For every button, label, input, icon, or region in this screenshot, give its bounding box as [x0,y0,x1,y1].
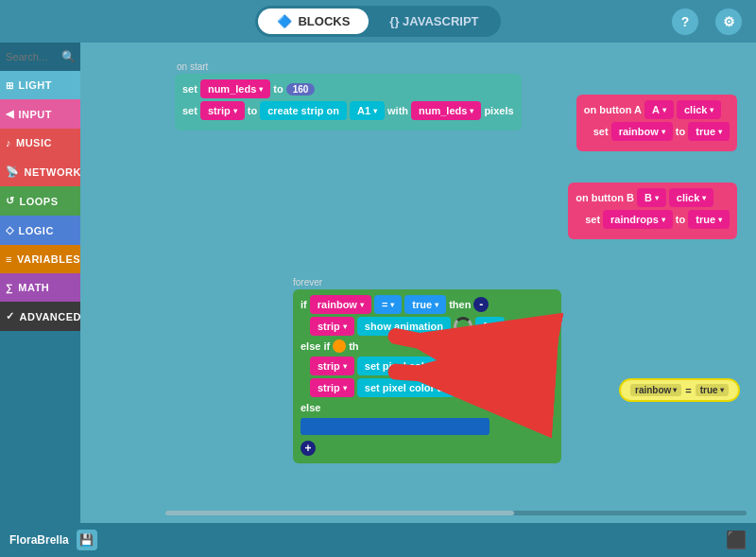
button-b-dropdown[interactable]: B▾ [637,188,666,207]
spin-animation-icon [454,317,472,336]
on-button-b-wrapper: on button B B▾ click ▾ set raindrops ▾ [568,183,737,239]
strip-anim-dropdown[interactable]: strip ▾ [310,317,354,336]
rainbow-if-dropdown[interactable]: rainbow ▾ [310,295,371,314]
raindrops-dropdown[interactable]: raindrops ▾ [603,210,673,229]
minus-if[interactable]: - [473,297,489,312]
rainbow-float-dropdown[interactable]: rainbow [630,384,681,396]
bottom-left: FloraBrella 💾 [9,530,97,550]
project-name: FloraBrella [9,533,69,547]
top-bar: 🔷 BLOCKS {} JAVASCRIPT ? ⚙ [0,0,756,43]
save-button[interactable]: 💾 [77,530,97,550]
click-b-dropdown[interactable]: click ▾ [669,188,713,207]
horizontal-scrollbar[interactable] [165,511,747,515]
rainbow-float-block[interactable]: rainbow = true [619,378,740,402]
light-grid-icon: ⊞ [6,80,14,91]
top-right-icons: ? ⚙ [672,9,742,35]
advanced-icon: ✓ [6,310,15,322]
true-float-dropdown[interactable]: true [696,384,729,396]
num-leds-dropdown[interactable]: num_leds ▾ [200,79,270,98]
sidebar-item-math[interactable]: ∑ MATH [0,273,80,302]
strip-animation-row: strip ▾ show animation for 500 ms [310,317,554,336]
set-raindrops-row: set raindrops ▾ to true ▾ [585,210,730,229]
strip-dropdown[interactable]: strip ▾ [200,101,245,120]
show-animation-block[interactable]: show animation [357,317,451,336]
search-box[interactable]: 🔍 [0,43,80,71]
else-if-row: else if th - [301,339,554,354]
set-pixel-color2-block: set pixel color at [357,378,455,397]
on-button-a-block: on button A A▾ click ▾ set rainbow ▾ [576,95,737,151]
else-body [301,418,490,435]
zero2-num[interactable]: 0 [457,382,476,394]
tab-blocks[interactable]: 🔷 BLOCKS [258,9,369,34]
color-dot-2[interactable] [491,381,505,394]
on-button-a-wrapper: on button A A▾ click ▾ set rainbow ▾ [576,95,737,151]
main-area: 🔍 ⊞ LIGHT ◀ INPUT ♪ MUSIC 📡 NETWORK ↺ LO… [0,43,756,523]
forever-label: forever [293,277,561,287]
on-button-a-row: on button A A▾ click ▾ [584,100,730,119]
set-strip-row: set strip ▾ to create strip on A1 ▾ with [182,101,514,120]
variables-icon: ≡ [6,253,12,265]
set-pixel1-row: strip ▾ set pixel color at 0 to [310,357,554,375]
tab-javascript[interactable]: {} JAVASCRIPT [370,9,497,34]
math-icon: ∑ [6,282,13,293]
sidebar: 🔍 ⊞ LIGHT ◀ INPUT ♪ MUSIC 📡 NETWORK ↺ LO… [0,43,80,523]
tab-group: 🔷 BLOCKS {} JAVASCRIPT [255,6,500,37]
settings-icon[interactable]: ⚙ [715,9,742,35]
eq-dropdown[interactable]: = ▾ [374,295,402,314]
help-icon[interactable]: ? [672,9,698,35]
color-dot-1[interactable] [491,359,505,373]
set-num-leds-row: set num_leds ▾ to 160 [182,79,514,98]
zero1-num[interactable]: 0 [457,360,476,373]
bottom-bar: FloraBrella 💾 ⬛ [0,523,756,557]
blocks-icon: 🔷 [277,14,292,28]
eq-float: = [685,385,691,396]
sidebar-item-advanced[interactable]: ✓ ADVANCED [0,302,80,331]
plus-row: + [301,439,554,456]
for-block: for [475,317,505,336]
minus-else[interactable]: - [539,400,554,415]
search-input[interactable] [6,51,58,62]
network-icon: 📡 [6,165,20,178]
a1-dropdown[interactable]: A1 ▾ [350,101,385,120]
expand-button[interactable]: ⬛ [726,530,747,550]
rainbow-dropdown[interactable]: rainbow ▾ [611,122,673,141]
forever-block: forever if rainbow ▾ = ▾ true ▾ [293,277,561,463]
loops-icon: ↺ [6,195,15,207]
set-rainbow-row: set rainbow ▾ to true ▾ [593,122,730,141]
scrollbar-thumb[interactable] [165,511,514,515]
true-if-dropdown[interactable]: true ▾ [404,295,446,314]
sidebar-item-music[interactable]: ♪ MUSIC [0,129,80,157]
create-strip-block[interactable]: create strip on [260,101,347,120]
plus-button[interactable]: + [301,441,316,456]
minus-else-if[interactable]: - [539,339,554,354]
forever-wrapper: if rainbow ▾ = ▾ true ▾ then - [293,289,561,463]
search-icon: 🔍 [61,50,76,63]
sidebar-item-input[interactable]: ◀ INPUT [0,99,80,129]
if-row: if rainbow ▾ = ▾ true ▾ then - [301,295,554,314]
ms-num[interactable]: 500 [507,321,537,333]
true-rainbow-dropdown[interactable]: true ▾ [688,122,730,141]
on-start-label: on start [177,61,522,72]
sidebar-item-network[interactable]: 📡 NETWORK [0,157,80,186]
num-leds2-dropdown[interactable]: num_leds ▾ [411,101,481,120]
click-a-dropdown[interactable]: click ▾ [677,100,721,119]
sidebar-item-logic[interactable]: ◇ LOGIC [0,216,80,245]
else-if-dot [333,339,346,353]
on-start-block: on start set num_leds ▾ to 160 set strip… [175,61,522,131]
input-icon: ◀ [6,108,14,120]
rainbow-float[interactable]: rainbow = true [619,378,740,402]
canvas: on start set num_leds ▾ to 160 set strip… [80,43,756,523]
sidebar-item-light[interactable]: ⊞ LIGHT [0,71,80,99]
sidebar-item-loops[interactable]: ↺ LOOPS [0,186,80,216]
strip-pixel1-dropdown[interactable]: strip ▾ [310,357,354,375]
set-pixel2-row: strip ▾ set pixel color at 0 to [310,378,554,397]
button-a-dropdown[interactable]: A▾ [644,100,674,119]
true-raindrops-dropdown[interactable]: true ▾ [688,210,730,229]
num-160[interactable]: 160 [286,83,316,96]
music-icon: ♪ [6,137,11,148]
on-start-wrapper: set num_leds ▾ to 160 set strip ▾ to [175,74,522,131]
strip-pixel2-dropdown[interactable]: strip ▾ [310,378,354,397]
on-button-b-block: on button B B▾ click ▾ set raindrops ▾ [568,183,737,239]
sidebar-item-variables[interactable]: ≡ VARIABLES [0,245,80,273]
else-row: else - [301,400,554,415]
